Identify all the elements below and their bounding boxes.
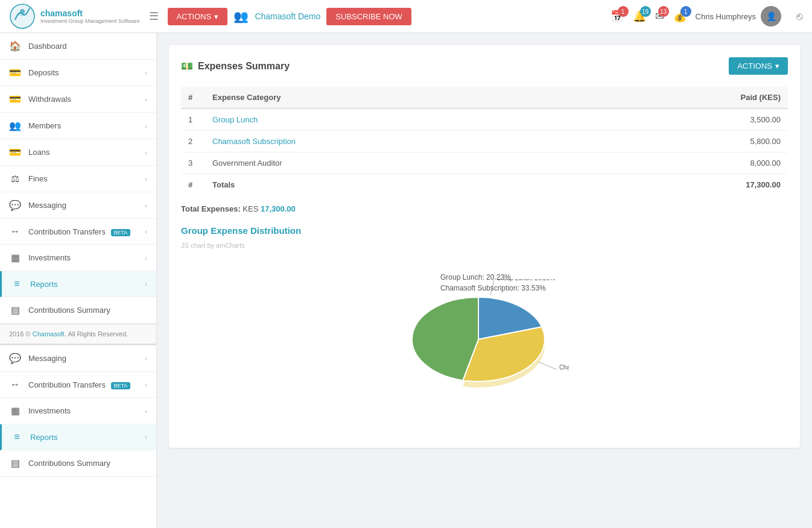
svg-text:Chamasoft Subscription: 33.53%: Chamasoft Subscription: 33.53% <box>559 364 569 371</box>
sidebar-item-deposits[interactable]: 💳 Deposits ‹ <box>0 60 156 86</box>
table-row: 3 Government Auditor 8,000.00 <box>181 152 788 174</box>
sidebar-item-contributions-summary[interactable]: ▤ Contributions Summary <box>0 297 156 324</box>
sidebar-item-messaging2[interactable]: 💬 Messaging ‹ <box>0 345 156 372</box>
loans-icon: 💳 <box>9 146 21 158</box>
hamburger-icon[interactable]: ☰ <box>149 10 159 23</box>
fines-icon: ⚖ <box>9 173 21 184</box>
table-row: 1 Group Lunch 3,500.00 <box>181 108 788 131</box>
navbar-right: 📅 1 🔔 19 ✉ 13 💰 1 Chris Humphreys 👤 ⎋ <box>611 6 803 27</box>
sidebar-item-withdrawals[interactable]: 💳 Withdrawals ‹ <box>0 86 156 113</box>
chamasoft-link[interactable]: Chamasoft <box>33 330 65 338</box>
sidebar-item-dashboard[interactable]: 🏠 Dashboard <box>0 33 156 60</box>
chevron-fines: ‹ <box>145 175 147 183</box>
row-category[interactable]: Group Lunch <box>205 108 579 131</box>
page-title: 💵 Expenses Summary <box>181 60 290 72</box>
user-name: Chris Humphreys <box>696 12 756 21</box>
card-header: 💵 Expenses Summary ACTIONS ▾ <box>181 57 788 75</box>
chevron-investments2: ‹ <box>145 407 147 415</box>
chart-section: Group Expense Distribution JS chart by a… <box>181 225 788 436</box>
contributions-summary2-icon: ▤ <box>9 457 21 469</box>
navbar: chamasoft Investment Group Management So… <box>0 0 812 33</box>
investments2-icon: ▦ <box>9 405 21 416</box>
chevron-reports: ‹ <box>145 280 147 288</box>
coin-badge-item[interactable]: 💰 1 <box>673 10 687 23</box>
total-row-num: # <box>181 174 205 196</box>
chevron-messaging: ‹ <box>145 202 147 209</box>
bell-badge: 19 <box>640 6 651 17</box>
svg-line-4 <box>539 362 557 370</box>
messaging-icon: 💬 <box>9 200 21 211</box>
actions-label: ACTIONS <box>177 12 212 21</box>
main-layout: 🏠 Dashboard 💳 Deposits ‹ 💳 Withdrawals ‹… <box>0 33 812 528</box>
svg-point-1 <box>20 9 25 14</box>
reports-icon: ≡ <box>11 278 23 289</box>
withdrawals-icon: 💳 <box>9 93 21 105</box>
mail-badge-item[interactable]: ✉ 13 <box>655 10 664 23</box>
coin-badge: 1 <box>680 6 691 17</box>
sidebar-item-loans[interactable]: 💳 Loans ‹ <box>0 139 156 166</box>
sidebar-label-investments2: Investments <box>28 406 145 415</box>
sidebar-item-contribution-transfers[interactable]: ↔ Contribution Transfers BETA ‹ <box>0 219 156 245</box>
row-category[interactable]: Chamasoft Subscription <box>205 131 579 152</box>
transfers2-icon: ↔ <box>9 379 21 390</box>
avatar-icon: 👤 <box>766 11 776 21</box>
pie-chart-svg: Group Lunch: 20.23%Chamasoft Subscriptio… <box>400 279 569 412</box>
card-actions-button[interactable]: ACTIONS ▾ <box>729 57 788 75</box>
col-num: # <box>181 87 205 108</box>
home-icon: 🏠 <box>9 40 21 52</box>
svg-point-0 <box>10 4 34 28</box>
label-group-lunch: Group Lunch: 20.23% <box>440 273 546 281</box>
total-amount: 17,300.00 <box>261 204 296 213</box>
total-label: Total Expenses: <box>181 204 241 213</box>
main-content: 💵 Expenses Summary ACTIONS ▾ # Expense C… <box>157 33 812 528</box>
row-num: 3 <box>181 152 205 174</box>
subscribe-label: SUBSCRIBE NOW <box>335 12 402 21</box>
actions-button[interactable]: ACTIONS ▾ <box>168 8 228 25</box>
sidebar-label-transfers: Contribution Transfers BETA <box>28 227 145 236</box>
chevron-transfers: ‹ <box>145 228 147 235</box>
user-menu[interactable]: Chris Humphreys 👤 <box>696 6 781 27</box>
page-title-text: Expenses Summary <box>198 61 290 72</box>
sidebar-item-members[interactable]: 👥 Members ‹ <box>0 113 156 139</box>
expense-table: # Expense Category Paid (KES) 1 Group Lu… <box>181 87 788 195</box>
receipt-icon: 💵 <box>181 60 193 72</box>
total-currency-text: KES <box>243 204 258 213</box>
label-chamasoft: Chamasoft Subscription: 33.53% <box>440 284 546 292</box>
sidebar-item-reports2[interactable]: ≡ Reports ‹ <box>0 424 156 450</box>
logout-icon[interactable]: ⎋ <box>796 10 803 23</box>
chevron-messaging2: ‹ <box>145 355 147 362</box>
group-icon: 👥 <box>233 9 249 24</box>
sidebar-label-dashboard: Dashboard <box>28 42 147 51</box>
logo-svg <box>9 3 36 30</box>
sidebar-item-investments2[interactable]: ▦ Investments ‹ <box>0 398 156 424</box>
members-icon: 👥 <box>9 120 21 131</box>
sidebar-label-members: Members <box>28 121 145 130</box>
total-expenses-line: Total Expenses: KES 17,300.00 <box>181 204 788 213</box>
sidebar-item-contributions-summary2[interactable]: ▤ Contributions Summary <box>0 450 156 477</box>
sidebar: 🏠 Dashboard 💳 Deposits ‹ 💳 Withdrawals ‹… <box>0 33 157 528</box>
chart-container: Group Lunch: 20.23%Chamasoft Subscriptio… <box>181 255 788 436</box>
footer-suffix: . All Rights Reserved. <box>65 330 128 338</box>
sidebar-label-messaging2: Messaging <box>28 354 145 363</box>
sidebar-label-loans: Loans <box>28 148 145 157</box>
sidebar-section-2: 💬 Messaging ‹ ↔ Contribution Transfers B… <box>0 344 156 477</box>
beta-badge: BETA <box>111 229 131 236</box>
sidebar-label-messaging: Messaging <box>28 201 145 210</box>
subscribe-button[interactable]: SUBSCRIBE NOW <box>326 8 411 25</box>
card-actions-chevron: ▾ <box>775 61 779 71</box>
sidebar-item-reports[interactable]: ≡ Reports ‹ <box>0 271 156 297</box>
sidebar-item-fines[interactable]: ⚖ Fines ‹ <box>0 166 156 192</box>
calendar-badge-item[interactable]: 📅 1 <box>611 10 624 23</box>
sidebar-item-messaging[interactable]: 💬 Messaging ‹ <box>0 192 156 219</box>
total-row-label: Totals <box>205 174 579 196</box>
sidebar-item-investments[interactable]: ▦ Investments ‹ <box>0 245 156 271</box>
copyright-text: 2016 © <box>9 330 33 338</box>
sidebar-label-transfers2: Contribution Transfers BETA <box>28 380 145 389</box>
bell-badge-item[interactable]: 🔔 19 <box>633 10 646 23</box>
investments-icon: ▦ <box>9 252 21 263</box>
sidebar-item-transfers2[interactable]: ↔ Contribution Transfers BETA ‹ <box>0 372 156 398</box>
calendar-badge: 1 <box>618 6 629 17</box>
reports2-icon: ≡ <box>11 432 23 442</box>
row-category: Government Auditor <box>205 152 579 174</box>
app-name: chamasoft <box>40 8 140 19</box>
